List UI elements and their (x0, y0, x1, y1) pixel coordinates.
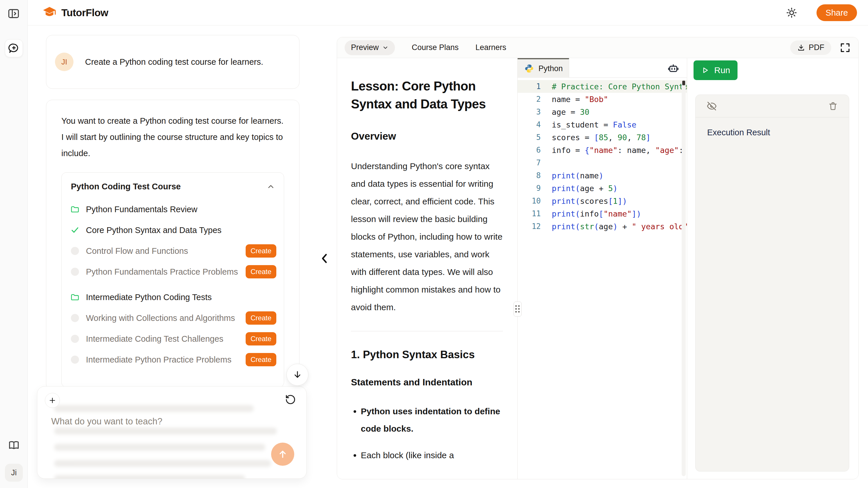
course-card-title: Python Coding Test Course (71, 182, 181, 191)
chevron-down-icon (382, 44, 389, 51)
ghost-text-line (54, 405, 254, 412)
tab-course-plans[interactable]: Course Plans (412, 43, 459, 52)
fullscreen-button[interactable] (839, 42, 851, 54)
line-number: 5 (518, 133, 541, 142)
course-item: Intermediate Python Coding Tests (70, 287, 276, 307)
tab-python[interactable]: Python (518, 58, 569, 78)
code-line[interactable]: 1# Practice: Core Python Synta (518, 80, 687, 93)
chat-input-placeholder[interactable]: What do you want to teach? (51, 416, 162, 427)
chevron-up-icon[interactable] (267, 183, 275, 191)
pdf-button-label: PDF (809, 43, 824, 52)
code-line[interactable]: 3age = 30 (518, 105, 687, 118)
share-button-label: Share (826, 8, 848, 18)
line-number: 11 (518, 209, 541, 218)
line-number: 10 (518, 197, 541, 205)
sidebar-toggle-button[interactable] (6, 6, 21, 21)
course-item-label: Intermediate Python Practice Problems (86, 355, 239, 364)
download-icon (797, 44, 805, 52)
execution-result-card: Execution Result (695, 95, 849, 471)
line-number: 8 (518, 171, 541, 180)
tab-preview-label: Preview (351, 43, 379, 52)
message-avatar: JI (55, 53, 73, 71)
scroll-to-bottom-button[interactable] (286, 364, 308, 386)
course-item-label: Python Fundamentals Practice Problems (86, 267, 239, 277)
code-scrollbar[interactable] (682, 80, 686, 476)
collapse-chat-button[interactable] (318, 250, 332, 266)
ai-assist-button[interactable] (667, 62, 679, 74)
line-number: 9 (518, 184, 541, 193)
library-button[interactable] (8, 440, 20, 451)
code-line[interactable]: 8print(name) (518, 169, 687, 182)
pending-circle-icon (70, 314, 80, 323)
course-card-header[interactable]: Python Coding Test Course (62, 172, 284, 197)
tab-preview[interactable]: Preview (345, 40, 395, 55)
course-item-label: Intermediate Coding Test Challenges (86, 334, 239, 344)
workspace-content: Lesson: Core Python Syntax and Data Type… (337, 58, 859, 479)
create-lesson-button[interactable]: Create (246, 332, 276, 346)
pending-circle-icon (70, 334, 80, 344)
download-pdf-button[interactable]: PDF (790, 40, 831, 55)
run-button-label: Run (714, 65, 730, 75)
course-item: Intermediate Coding Test ChallengesCreat… (70, 328, 276, 349)
assistant-message-card: You want to create a Python coding test … (46, 100, 300, 391)
line-number: 6 (518, 146, 541, 154)
pending-circle-icon (70, 355, 80, 364)
code-line-text: age = 30 (541, 107, 589, 117)
code-line[interactable]: 10print(scores[1]) (518, 195, 687, 207)
tab-learners[interactable]: Learners (475, 43, 506, 52)
lesson-bullet: Python uses indentation to define code b… (361, 403, 503, 437)
execution-toolbar (695, 95, 849, 118)
trash-icon[interactable] (828, 101, 838, 111)
code-line-text: print(age + 5) (541, 184, 618, 193)
code-line[interactable]: 6info = {"name": name, "age": (518, 144, 687, 156)
create-lesson-button[interactable]: Create (246, 353, 276, 366)
theme-toggle-button[interactable] (785, 6, 798, 19)
code-line[interactable]: 4is_student = False (518, 118, 687, 131)
run-button[interactable]: Run (693, 60, 738, 80)
rotate-ccw-icon (285, 394, 296, 405)
panel-resize-handle[interactable] (514, 301, 522, 317)
code-line-text: print(str(age) + " years old" (541, 222, 687, 231)
code-line[interactable]: 9print(age + 5) (518, 182, 687, 195)
new-chat-button[interactable] (5, 39, 23, 57)
course-item: Core Python Syntax and Data Types (70, 220, 276, 240)
code-line[interactable]: 2name = "Bob" (518, 93, 687, 105)
lesson-divider (351, 331, 503, 331)
folder-icon (70, 205, 80, 214)
lesson-section-heading: 1. Python Syntax Basics (351, 349, 503, 361)
code-area[interactable]: 1# Practice: Core Python Synta2name = "B… (518, 78, 687, 479)
code-scrollbar-thumb[interactable] (682, 80, 685, 85)
chat-input-card[interactable]: What do you want to teach? (37, 386, 307, 479)
lesson-document: Lesson: Core Python Syntax and Data Type… (337, 58, 518, 479)
create-lesson-button[interactable]: Create (246, 244, 276, 258)
ghost-text-line (54, 444, 265, 451)
create-lesson-button[interactable]: Create (246, 312, 276, 325)
course-item-label: Control Flow and Functions (86, 246, 239, 256)
user-avatar[interactable]: Ji (5, 464, 23, 482)
fullscreen-icon (839, 42, 851, 54)
eye-off-icon[interactable] (707, 101, 717, 111)
drag-dots-icon (515, 305, 520, 313)
reset-conversation-button[interactable] (285, 394, 296, 405)
code-line[interactable]: 11print(info["name"]) (518, 207, 687, 220)
lesson-bullet-list: Python uses indentation to define code b… (351, 403, 503, 464)
robot-icon (667, 62, 679, 74)
code-line[interactable]: 5scores = [85, 90, 78] (518, 131, 687, 144)
code-line[interactable]: 12print(str(age) + " years old" (518, 220, 687, 233)
code-line[interactable]: 7 (518, 156, 687, 169)
execution-panel: Run (687, 58, 859, 479)
attach-button[interactable] (45, 393, 60, 408)
workspace-panel: Preview Course Plans Learners (337, 37, 859, 479)
chevron-left-icon (319, 252, 331, 265)
send-button[interactable] (271, 443, 294, 466)
code-tabbar: Python (518, 58, 687, 78)
code-line-text: print(scores[1]) (541, 197, 627, 205)
code-line-text: print(name) (541, 171, 603, 180)
code-editor-panel: Python 1# Practice: Core P (518, 58, 687, 479)
course-item-label: Working with Collections and Algorithms (86, 314, 239, 323)
code-line-text: is_student = False (541, 120, 637, 129)
create-lesson-button[interactable]: Create (246, 265, 276, 279)
share-button[interactable]: Share (816, 4, 857, 21)
plus-icon (48, 396, 56, 404)
code-line-text: info = {"name": name, "age": (541, 146, 683, 155)
